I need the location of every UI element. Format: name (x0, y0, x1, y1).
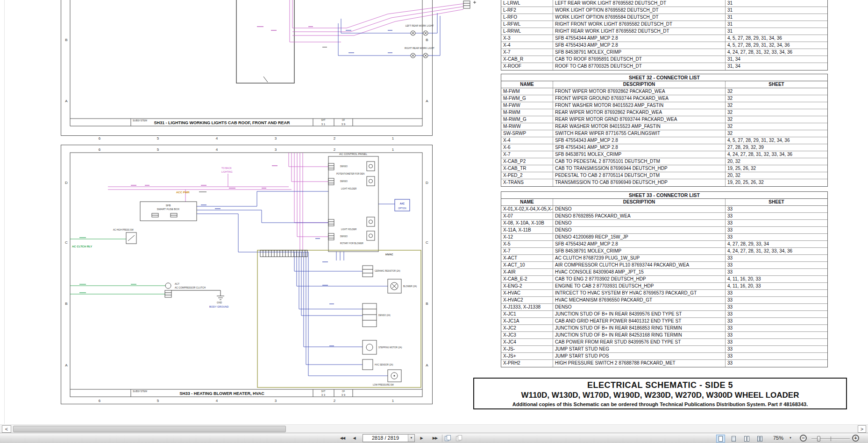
table-cell: 20, 32 (726, 158, 827, 165)
scroll-left-button[interactable]: < (2, 425, 11, 433)
svg-text:LIGHTING: LIGHTING (221, 170, 233, 173)
table-cell: X-7 (501, 248, 553, 254)
table-cell: CAB TO ROOF 87695891 DEUTSCH_DT (553, 56, 726, 63)
table-cell: X-JC2 (501, 325, 553, 331)
previous-view-button[interactable] (445, 435, 451, 442)
single-page-view-button[interactable] (716, 435, 725, 443)
previous-page-button[interactable]: ◀ (351, 435, 357, 442)
two-up-continuous-view-button[interactable] (755, 435, 764, 443)
table-row: X-7SFB 84538791 MOLEX_CRIMP4, 24, 27, 28… (501, 49, 827, 56)
table-cell: 33 (726, 318, 827, 324)
sh33-high-press-switch: AC HIGH PRESS SW (113, 229, 136, 244)
table-cell: SFB 47554342 AMP_MCP 2.8 (553, 241, 726, 247)
svg-text:3 3: 3 3 (321, 394, 326, 396)
sh33-black-wires (171, 290, 221, 296)
scroll-right-button[interactable]: > (858, 425, 866, 433)
table-cell: X-5 (501, 241, 553, 247)
table-row: M-RWM_GREAR WIPER MOTOR GRND 87693744 PA… (501, 116, 827, 123)
compressor-clutch-label: AC COMPRESSOR CLUTCH (175, 286, 206, 289)
zoom-out-button[interactable]: − (800, 435, 807, 442)
next-page-button[interactable]: ▶ (419, 435, 424, 442)
model-list: W110D, W130D, W170D, W190D, W230D, W270D… (474, 391, 846, 400)
table-cell: 4, 24, 27, 28, 31, 32, 33, 34, 36 (726, 49, 827, 56)
last-page-button[interactable]: ▶▶ (431, 435, 439, 442)
table-cell: 32 (726, 130, 827, 137)
table-cell: RIGHT REAR WORK LIGHT 87695582 DEUTSCH_D… (553, 28, 726, 35)
table-cell: SFB 47554343 AMP_MCP 2.8 (553, 42, 726, 49)
table-cell: 33 (726, 311, 827, 317)
table-cell: ENGINE TO CAB 2 87703931 DEUTSCH_HDP (553, 283, 726, 289)
table-cell: JUNCTION STUD OF B+ IN REAR 84253168 RIN… (553, 332, 726, 338)
svg-text:B: B (65, 38, 67, 42)
zoom-in-button[interactable]: + (852, 435, 859, 442)
sh31-component-box (236, 0, 294, 83)
connector-table-sheet31: L-LRWLLEFT REAR WORK LIGHT 87695582 DEUT… (501, 0, 828, 70)
viewer-status-toolbar: ◀◀ ◀ 2818 / 2819 ▼ ▶ ▶▶ 75% ▼ − + (0, 433, 868, 443)
table-title: SHEET 33 - CONNECTOR LIST (501, 192, 827, 199)
page-number-field[interactable]: 2818 / 2819 ▼ (363, 434, 415, 442)
table-cell: 33 (726, 290, 827, 296)
table-row: X-HVACINTRCECT TO HVAC SYSTEM BY HVAC 87… (501, 290, 827, 297)
ac-control-panel-label: AC CONTROL PANEL (339, 153, 368, 155)
two-up-view-button[interactable] (742, 435, 751, 443)
page-number-value[interactable]: 2818 / 2819 (363, 435, 408, 442)
zoom-dropdown-button[interactable]: ▼ (789, 436, 792, 439)
table-row: X-AIRHVAC CONSOLE 84309048 AMP_JPT_1533 (501, 269, 827, 276)
table-cell: 33 (726, 353, 827, 359)
zoom-level-value[interactable]: 75% (773, 435, 783, 441)
table-row: X-JS+JUMP START STUD POS33 (501, 353, 827, 360)
ceramic-resistor-label: CERAMIC RESISTOR (2A) (375, 270, 400, 272)
ac-clutch-relay-label: AC CLTCH RLY (72, 245, 92, 248)
previous-page-icon: ◀ (353, 436, 355, 440)
table-cell: 31, 34 (726, 63, 827, 70)
svg-text:3: 3 (275, 136, 277, 141)
table-row: X-HVAC2HVAC MECHANISM 87696550 PACKARD_G… (501, 297, 827, 304)
column-header-name: NAME (501, 199, 553, 205)
connector-table-sheet32: SHEET 32 - CONNECTOR LIST NAME DESCRIPTI… (501, 74, 828, 187)
scrollbar-thumb[interactable] (13, 426, 286, 432)
table-cell: 33 (726, 297, 827, 303)
table-row: X-4SFB 47554343 AMP_MCP 2.84, 5, 27, 28,… (501, 137, 827, 144)
table-cell: M-FWM_G (501, 95, 553, 102)
next-view-button[interactable] (456, 435, 462, 442)
table-row: L-LRWLLEFT REAR WORK LIGHT 87695582 DEUT… (501, 0, 827, 7)
table-cell: X-JC1 (501, 311, 553, 317)
ac-high-press-sw-label: AC HIGH PRESS SW (113, 229, 134, 231)
two-up-icon (747, 436, 749, 442)
table-row: X-TRANSTRANSMISSION TO CAB 87696949 DEUT… (501, 179, 827, 186)
table-cell: 20, 32 (726, 172, 827, 179)
gnd-label: GND (217, 301, 222, 304)
horizontal-scrollbar[interactable]: < > (0, 424, 868, 433)
table-row: X-7SFB 84538791 MOLEX_CRIMP4, 24, 27, 28… (501, 151, 827, 158)
table-cell: 33 (726, 255, 827, 261)
page-dropdown-button[interactable]: ▼ (408, 435, 414, 442)
svg-text:2: 2 (334, 136, 336, 141)
table-cell: 19, 20, 25, 26, 32 (726, 179, 827, 186)
zoom-slider[interactable] (811, 436, 850, 441)
sh33-hvac-box: HVAC CERAMIC RESISTOR (2A) BLOWER (2A) D… (257, 250, 421, 387)
table-cell: X-ACT_10 (501, 262, 553, 268)
sh33-magenta-wires (108, 153, 328, 250)
first-page-button[interactable]: ◀◀ (338, 435, 347, 442)
table-cell: X-4 (501, 137, 553, 144)
table-cell: X-4 (501, 42, 553, 49)
table-row: X-07DENSO 87692855 PACKARD_WEA33 (501, 213, 827, 220)
table-cell: X-01,X-02,X-04,X-05,X-06 (501, 206, 553, 212)
potentiometer-label: POTENTIOMETER FOR DEN (336, 173, 364, 175)
continuous-view-button[interactable] (729, 435, 738, 443)
to-back-lighting-label: TO BACK (221, 167, 232, 169)
svg-text:SFB: SFB (166, 204, 171, 207)
table-cell: REAR WASHER MOTOR 84015523 AMP_FASTIN (553, 123, 726, 130)
table-cell: SFB 47554343 AMP_MCP 2.8 (553, 137, 726, 144)
sheet-title: SH33 - HEATING BLOWER HEATER, HVAC (179, 391, 264, 396)
table-row: X-PED_2PEDESTAL TO CAB 2 87705114 DEUTSC… (501, 172, 827, 179)
pages-icon-top (447, 435, 451, 440)
table-cell: 33 (726, 304, 827, 310)
zoom-slider-thumb[interactable] (817, 436, 820, 442)
subsystem-label: SUBSYSTEM (133, 119, 147, 122)
blower-label: BLOWER (2A) (403, 285, 417, 288)
table-header: NAME DESCRIPTION SHEET (501, 199, 827, 206)
table-cell: X-CAB_TR (501, 165, 553, 172)
table-cell: 4, 27, 28, 29, 33, 34 (726, 241, 827, 247)
table-cell: X-HVAC (501, 290, 553, 296)
